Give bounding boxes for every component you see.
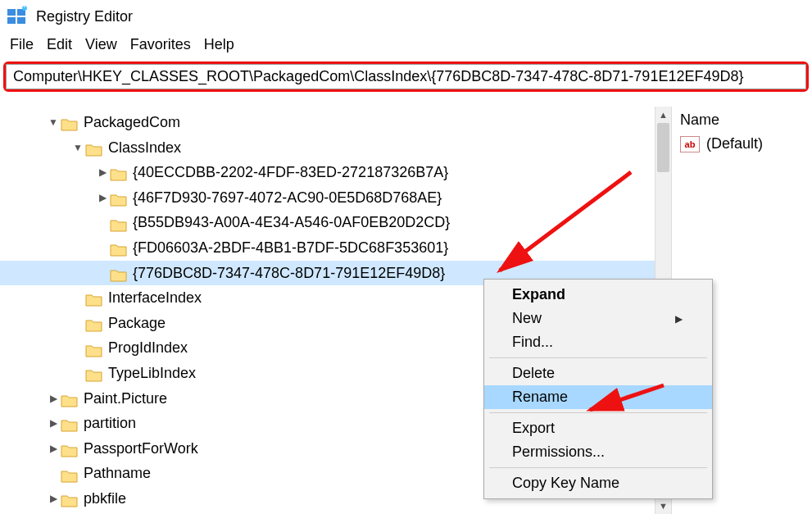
folder-open-icon xyxy=(85,140,103,155)
folder-icon xyxy=(61,441,79,456)
menu-separator xyxy=(489,467,707,468)
scroll-down-icon[interactable]: ▼ xyxy=(655,498,671,514)
tree-label: TypeLibIndex xyxy=(108,361,196,386)
folder-icon xyxy=(85,366,103,380)
svg-rect-0 xyxy=(7,9,16,16)
folder-icon xyxy=(110,165,128,180)
menu-separator xyxy=(489,357,707,358)
folder-icon xyxy=(85,341,103,356)
string-value-icon: ab xyxy=(680,136,700,152)
folder-icon xyxy=(61,491,79,506)
app-title: Registry Editor xyxy=(36,8,133,25)
tree-label: {776DBC8D-7347-478C-8D71-791E12EF49D8} xyxy=(133,261,445,286)
context-menu-expand[interactable]: Expand xyxy=(484,283,712,307)
folder-icon xyxy=(110,190,128,205)
tree-label: PassportForWork xyxy=(84,436,198,462)
values-column-header-name[interactable]: Name xyxy=(680,111,804,129)
tree-item-guid1[interactable]: ▶ {40ECCDBB-2202-4FDF-83ED-272187326B7A} xyxy=(0,160,671,185)
context-menu-label: Permissions... xyxy=(512,443,605,461)
tree-item-guid3[interactable]: ▶ {B55DB943-A00A-4E34-A546-0AF0EB20D2CD} xyxy=(0,210,671,235)
svg-rect-3 xyxy=(17,17,25,24)
scroll-thumb[interactable] xyxy=(657,123,669,172)
tree-item-guid4[interactable]: ▶ {FD06603A-2BDF-4BB1-B7DF-5DC68F353601} xyxy=(0,235,671,261)
value-name: (Default) xyxy=(706,135,763,152)
tree-label: {46F7D930-7697-4072-AC90-0E5D68D768AE} xyxy=(133,185,442,211)
value-row-default[interactable]: ab (Default) xyxy=(680,135,804,152)
folder-icon xyxy=(85,290,103,305)
scroll-up-icon[interactable]: ▲ xyxy=(655,107,671,123)
context-menu-permissions[interactable]: Permissions... xyxy=(484,440,712,464)
submenu-arrow-icon: ▶ xyxy=(675,313,683,325)
tree-label: Paint.Picture xyxy=(84,386,167,412)
folder-icon xyxy=(110,266,128,280)
collapse-icon[interactable]: ▼ xyxy=(46,114,61,130)
tree-item-classindex[interactable]: ▼ ClassIndex xyxy=(0,135,671,161)
svg-rect-2 xyxy=(7,17,16,24)
expand-icon[interactable]: ▶ xyxy=(46,390,61,407)
expand-icon[interactable]: ▶ xyxy=(46,490,61,507)
tree-label: InterfaceIndex xyxy=(108,285,202,311)
context-menu-label: Expand xyxy=(512,286,565,303)
tree-label: ClassIndex xyxy=(108,135,181,161)
tree-label: ProgIdIndex xyxy=(108,335,188,361)
folder-icon xyxy=(110,240,128,255)
menubar: File Edit View Favorites Help xyxy=(0,33,812,60)
context-menu-label: Delete xyxy=(512,365,555,382)
collapse-icon[interactable]: ▼ xyxy=(70,139,85,156)
context-menu-label: Rename xyxy=(512,389,568,406)
tree-label: {B55DB943-A00A-4E34-A546-0AF0EB20D2CD} xyxy=(133,210,450,235)
context-menu: Expand New ▶ Find... Delete Rename Expor… xyxy=(483,279,713,499)
titlebar: Registry Editor xyxy=(0,0,812,33)
tree-item-packagedcom[interactable]: ▼ PackagedCom xyxy=(0,110,671,135)
expand-icon[interactable]: ▶ xyxy=(95,164,110,180)
folder-icon xyxy=(85,316,103,330)
tree-label: Package xyxy=(108,311,166,336)
tree-label: pbkfile xyxy=(84,486,126,512)
folder-open-icon xyxy=(61,115,79,130)
folder-icon xyxy=(110,216,128,230)
menu-view[interactable]: View xyxy=(80,34,122,55)
addressbar[interactable]: Computer\HKEY_CLASSES_ROOT\PackagedCom\C… xyxy=(6,64,806,89)
menu-favorites[interactable]: Favorites xyxy=(125,34,196,55)
expand-icon[interactable]: ▶ xyxy=(46,415,61,431)
expand-icon[interactable]: ▶ xyxy=(46,440,61,457)
addressbar-highlight-box: Computer\HKEY_CLASSES_ROOT\PackagedCom\C… xyxy=(3,61,809,92)
folder-icon xyxy=(61,416,79,430)
context-menu-delete[interactable]: Delete xyxy=(484,362,712,385)
tree-label: {40ECCDBB-2202-4FDF-83ED-272187326B7A} xyxy=(133,160,448,185)
context-menu-copykeyname[interactable]: Copy Key Name xyxy=(484,471,712,495)
tree-label: partition xyxy=(84,411,136,436)
context-menu-new[interactable]: New ▶ xyxy=(484,307,712,330)
menu-separator xyxy=(489,412,707,413)
expand-icon[interactable]: ▶ xyxy=(95,189,110,206)
menu-file[interactable]: File xyxy=(5,34,39,55)
folder-icon xyxy=(61,391,79,406)
tree-label: {FD06603A-2BDF-4BB1-B7DF-5DC68F353601} xyxy=(133,235,448,261)
context-menu-label: Export xyxy=(512,420,555,437)
context-menu-find[interactable]: Find... xyxy=(484,330,712,354)
regedit-icon xyxy=(7,6,28,27)
tree-label: Pathname xyxy=(84,461,151,486)
context-menu-label: New xyxy=(512,310,542,327)
folder-icon xyxy=(61,466,79,481)
context-menu-rename[interactable]: Rename xyxy=(484,385,712,409)
context-menu-label: Copy Key Name xyxy=(512,475,619,492)
menu-help[interactable]: Help xyxy=(199,34,239,55)
tree-label: PackagedCom xyxy=(84,110,180,135)
menu-edit[interactable]: Edit xyxy=(42,34,77,55)
context-menu-label: Find... xyxy=(512,334,553,351)
context-menu-export[interactable]: Export xyxy=(484,416,712,440)
tree-item-guid2[interactable]: ▶ {46F7D930-7697-4072-AC90-0E5D68D768AE} xyxy=(0,185,671,211)
